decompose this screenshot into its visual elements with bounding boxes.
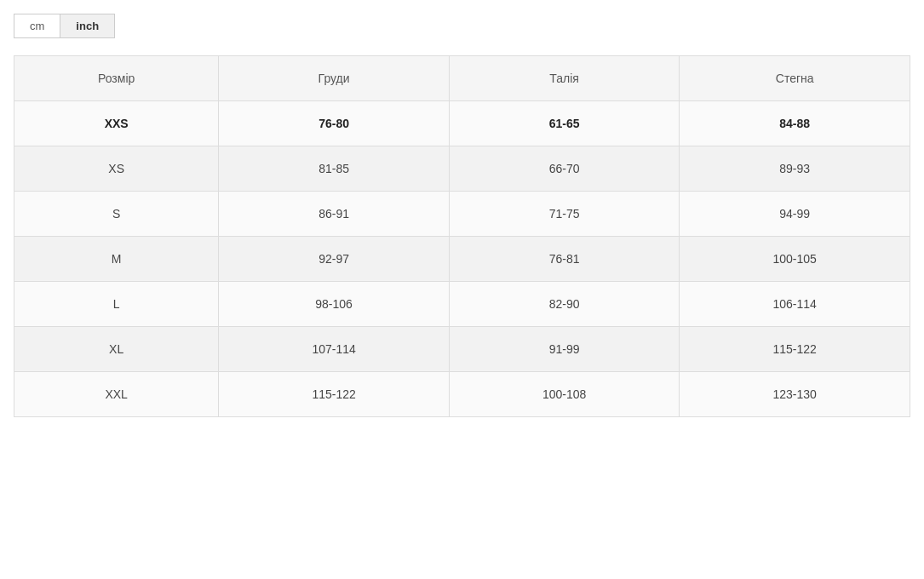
cell-waist: 61-65 [449,101,680,146]
cell-chest: 107-114 [219,327,450,372]
cell-waist: 76-81 [449,237,680,282]
unit-toggle: cm inch [14,14,910,38]
table-row: XS81-8566-7089-93 [14,146,910,192]
cell-size: S [14,192,219,237]
cell-size: L [14,282,219,327]
table-row: S86-9171-7594-99 [14,192,910,237]
cell-hips: 89-93 [680,146,910,192]
cell-size: XXS [14,101,219,146]
cell-chest: 98-106 [219,282,450,327]
cell-waist: 71-75 [449,192,680,237]
cell-hips: 94-99 [680,192,910,237]
table-row: XXS76-8061-6584-88 [14,101,910,146]
cell-size: M [14,237,219,282]
inch-button[interactable]: inch [60,14,115,38]
cell-chest: 86-91 [219,192,450,237]
cell-hips: 123-130 [680,372,910,417]
header-row: Розмір Груди Талія Стегна [14,56,910,101]
cell-waist: 82-90 [449,282,680,327]
table-row: XL107-11491-99115-122 [14,327,910,372]
cell-size: XL [14,327,219,372]
table-row: XXL115-122100-108123-130 [14,372,910,417]
cell-waist: 91-99 [449,327,680,372]
cm-button[interactable]: cm [14,14,60,38]
cell-size: XXL [14,372,219,417]
table-header: Розмір Груди Талія Стегна [14,56,910,101]
cell-waist: 100-108 [449,372,680,417]
cell-chest: 81-85 [219,146,450,192]
header-hips: Стегна [680,56,910,101]
table-body: XXS76-8061-6584-88XS81-8566-7089-93S86-9… [14,101,910,417]
table-row: L98-10682-90106-114 [14,282,910,327]
cell-hips: 100-105 [680,237,910,282]
cell-chest: 115-122 [219,372,450,417]
header-size: Розмір [14,56,219,101]
header-chest: Груди [219,56,450,101]
cell-size: XS [14,146,219,192]
cell-hips: 106-114 [680,282,910,327]
cell-chest: 92-97 [219,237,450,282]
table-row: M92-9776-81100-105 [14,237,910,282]
header-waist: Талія [449,56,680,101]
cell-waist: 66-70 [449,146,680,192]
cell-hips: 84-88 [680,101,910,146]
cell-hips: 115-122 [680,327,910,372]
cell-chest: 76-80 [219,101,450,146]
size-chart-table: Розмір Груди Талія Стегна XXS76-8061-658… [14,55,910,417]
